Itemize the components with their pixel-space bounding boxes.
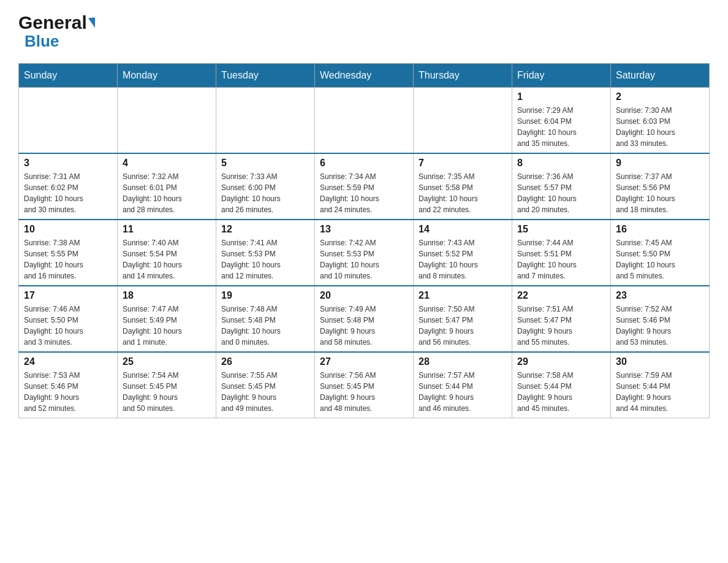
calendar-cell: 19Sunrise: 7:48 AMSunset: 5:48 PMDayligh… xyxy=(216,286,315,352)
calendar-cell: 1Sunrise: 7:29 AMSunset: 6:04 PMDaylight… xyxy=(512,88,611,154)
logo-general-text: General xyxy=(18,12,87,33)
day-number: 28 xyxy=(419,356,507,367)
day-header-tuesday: Tuesday xyxy=(216,64,315,88)
day-header-monday: Monday xyxy=(118,64,216,88)
page-header: General Blue xyxy=(18,12,710,51)
day-number: 27 xyxy=(320,356,408,367)
day-info: Sunrise: 7:34 AMSunset: 5:59 PMDaylight:… xyxy=(320,171,408,215)
day-number: 24 xyxy=(24,356,112,367)
day-info: Sunrise: 7:51 AMSunset: 5:47 PMDaylight:… xyxy=(517,304,605,348)
day-number: 2 xyxy=(616,91,704,102)
day-info: Sunrise: 7:40 AMSunset: 5:54 PMDaylight:… xyxy=(123,237,211,282)
calendar-cell: 20Sunrise: 7:49 AMSunset: 5:48 PMDayligh… xyxy=(315,286,414,352)
calendar-cell: 26Sunrise: 7:55 AMSunset: 5:45 PMDayligh… xyxy=(216,352,315,418)
calendar-cell: 27Sunrise: 7:56 AMSunset: 5:45 PMDayligh… xyxy=(315,352,414,418)
day-info: Sunrise: 7:38 AMSunset: 5:55 PMDaylight:… xyxy=(24,237,112,282)
calendar-cell: 8Sunrise: 7:36 AMSunset: 5:57 PMDaylight… xyxy=(512,153,611,220)
day-number: 9 xyxy=(616,158,704,169)
day-info: Sunrise: 7:43 AMSunset: 5:52 PMDaylight:… xyxy=(419,237,507,282)
calendar-cell: 3Sunrise: 7:31 AMSunset: 6:02 PMDaylight… xyxy=(19,153,118,220)
calendar-cell: 10Sunrise: 7:38 AMSunset: 5:55 PMDayligh… xyxy=(19,220,118,286)
calendar-cell xyxy=(19,88,118,154)
calendar-cell xyxy=(414,88,512,154)
day-number: 21 xyxy=(419,290,507,301)
day-number: 8 xyxy=(517,158,605,169)
day-info: Sunrise: 7:36 AMSunset: 5:57 PMDaylight:… xyxy=(517,171,605,215)
day-info: Sunrise: 7:49 AMSunset: 5:48 PMDaylight:… xyxy=(320,304,408,348)
day-number: 10 xyxy=(24,224,112,235)
calendar-cell: 25Sunrise: 7:54 AMSunset: 5:45 PMDayligh… xyxy=(118,352,216,418)
day-number: 19 xyxy=(221,290,309,301)
calendar-cell: 2Sunrise: 7:30 AMSunset: 6:03 PMDaylight… xyxy=(611,88,710,154)
day-number: 26 xyxy=(221,356,309,367)
day-number: 25 xyxy=(123,356,211,367)
calendar-header-row: SundayMondayTuesdayWednesdayThursdayFrid… xyxy=(19,64,710,88)
day-number: 12 xyxy=(221,224,309,235)
day-header-wednesday: Wednesday xyxy=(315,64,414,88)
calendar-week-row: 24Sunrise: 7:53 AMSunset: 5:46 PMDayligh… xyxy=(19,352,710,418)
day-info: Sunrise: 7:44 AMSunset: 5:51 PMDaylight:… xyxy=(517,237,605,282)
day-info: Sunrise: 7:52 AMSunset: 5:46 PMDaylight:… xyxy=(616,304,704,348)
calendar-week-row: 1Sunrise: 7:29 AMSunset: 6:04 PMDaylight… xyxy=(19,88,710,154)
logo-blue-text: Blue xyxy=(25,32,59,50)
day-number: 29 xyxy=(517,356,605,367)
day-number: 13 xyxy=(320,224,408,235)
calendar-week-row: 10Sunrise: 7:38 AMSunset: 5:55 PMDayligh… xyxy=(19,220,710,286)
day-number: 5 xyxy=(221,158,309,169)
day-info: Sunrise: 7:54 AMSunset: 5:45 PMDaylight:… xyxy=(123,370,211,414)
day-info: Sunrise: 7:59 AMSunset: 5:44 PMDaylight:… xyxy=(616,370,704,414)
calendar-cell: 16Sunrise: 7:45 AMSunset: 5:50 PMDayligh… xyxy=(611,220,710,286)
calendar-cell: 4Sunrise: 7:32 AMSunset: 6:01 PMDaylight… xyxy=(118,153,216,220)
day-number: 17 xyxy=(24,290,112,301)
calendar-cell: 14Sunrise: 7:43 AMSunset: 5:52 PMDayligh… xyxy=(414,220,512,286)
day-number: 16 xyxy=(616,224,704,235)
calendar-cell: 9Sunrise: 7:37 AMSunset: 5:56 PMDaylight… xyxy=(611,153,710,220)
day-number: 7 xyxy=(419,158,507,169)
day-number: 22 xyxy=(517,290,605,301)
day-info: Sunrise: 7:56 AMSunset: 5:45 PMDaylight:… xyxy=(320,370,408,414)
calendar-cell: 13Sunrise: 7:42 AMSunset: 5:53 PMDayligh… xyxy=(315,220,414,286)
calendar-cell: 24Sunrise: 7:53 AMSunset: 5:46 PMDayligh… xyxy=(19,352,118,418)
calendar-cell: 15Sunrise: 7:44 AMSunset: 5:51 PMDayligh… xyxy=(512,220,611,286)
calendar-cell: 11Sunrise: 7:40 AMSunset: 5:54 PMDayligh… xyxy=(118,220,216,286)
day-number: 30 xyxy=(616,356,704,367)
day-info: Sunrise: 7:50 AMSunset: 5:47 PMDaylight:… xyxy=(419,304,507,348)
day-info: Sunrise: 7:57 AMSunset: 5:44 PMDaylight:… xyxy=(419,370,507,414)
day-info: Sunrise: 7:37 AMSunset: 5:56 PMDaylight:… xyxy=(616,171,704,215)
day-info: Sunrise: 7:31 AMSunset: 6:02 PMDaylight:… xyxy=(24,171,112,215)
calendar-cell: 30Sunrise: 7:59 AMSunset: 5:44 PMDayligh… xyxy=(611,352,710,418)
day-info: Sunrise: 7:53 AMSunset: 5:46 PMDaylight:… xyxy=(24,370,112,414)
calendar-cell: 22Sunrise: 7:51 AMSunset: 5:47 PMDayligh… xyxy=(512,286,611,352)
calendar-cell xyxy=(118,88,216,154)
day-header-thursday: Thursday xyxy=(414,64,512,88)
calendar-cell: 6Sunrise: 7:34 AMSunset: 5:59 PMDaylight… xyxy=(315,153,414,220)
calendar-cell xyxy=(315,88,414,154)
calendar-week-row: 17Sunrise: 7:46 AMSunset: 5:50 PMDayligh… xyxy=(19,286,710,352)
logo-triangle-icon xyxy=(88,17,95,28)
day-number: 1 xyxy=(517,91,605,102)
day-info: Sunrise: 7:42 AMSunset: 5:53 PMDaylight:… xyxy=(320,237,408,282)
calendar-cell: 5Sunrise: 7:33 AMSunset: 6:00 PMDaylight… xyxy=(216,153,315,220)
calendar-table: SundayMondayTuesdayWednesdayThursdayFrid… xyxy=(18,63,710,418)
calendar-week-row: 3Sunrise: 7:31 AMSunset: 6:02 PMDaylight… xyxy=(19,153,710,220)
day-header-saturday: Saturday xyxy=(611,64,710,88)
day-info: Sunrise: 7:58 AMSunset: 5:44 PMDaylight:… xyxy=(517,370,605,414)
calendar-cell: 12Sunrise: 7:41 AMSunset: 5:53 PMDayligh… xyxy=(216,220,315,286)
day-info: Sunrise: 7:29 AMSunset: 6:04 PMDaylight:… xyxy=(517,105,605,149)
day-header-sunday: Sunday xyxy=(19,64,118,88)
day-number: 3 xyxy=(24,158,112,169)
day-number: 6 xyxy=(320,158,408,169)
day-info: Sunrise: 7:48 AMSunset: 5:48 PMDaylight:… xyxy=(221,304,309,348)
day-number: 4 xyxy=(123,158,211,169)
calendar-cell: 23Sunrise: 7:52 AMSunset: 5:46 PMDayligh… xyxy=(611,286,710,352)
calendar-cell: 7Sunrise: 7:35 AMSunset: 5:58 PMDaylight… xyxy=(414,153,512,220)
calendar-cell: 29Sunrise: 7:58 AMSunset: 5:44 PMDayligh… xyxy=(512,352,611,418)
day-info: Sunrise: 7:47 AMSunset: 5:49 PMDaylight:… xyxy=(123,304,211,348)
day-header-friday: Friday xyxy=(512,64,611,88)
calendar-cell: 21Sunrise: 7:50 AMSunset: 5:47 PMDayligh… xyxy=(414,286,512,352)
calendar-cell: 17Sunrise: 7:46 AMSunset: 5:50 PMDayligh… xyxy=(19,286,118,352)
day-info: Sunrise: 7:35 AMSunset: 5:58 PMDaylight:… xyxy=(419,171,507,215)
day-info: Sunrise: 7:41 AMSunset: 5:53 PMDaylight:… xyxy=(221,237,309,282)
day-info: Sunrise: 7:33 AMSunset: 6:00 PMDaylight:… xyxy=(221,171,309,215)
calendar-cell xyxy=(216,88,315,154)
